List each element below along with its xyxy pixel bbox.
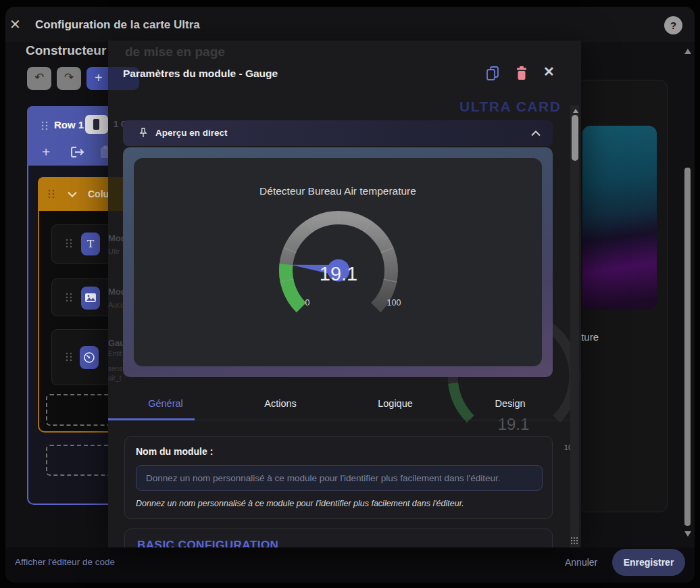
bleed-text: Ultr (108, 247, 120, 255)
gauge-value: 19.1 (320, 263, 357, 285)
module-drag-handle-icon[interactable] (65, 238, 73, 249)
image-module-icon (81, 287, 100, 310)
row-label: Row 1 (54, 119, 84, 130)
row-drag-handle-icon[interactable] (41, 120, 49, 131)
live-preview-label: Aperçu en direct (155, 128, 228, 138)
module-drag-handle-icon[interactable] (65, 292, 73, 303)
module-name-helper: Donnez un nom personnalisé à ce module p… (136, 499, 464, 508)
column-layout-chip[interactable] (85, 115, 108, 134)
gauge-max-label: 100 (387, 298, 401, 308)
scroll-down-arrow[interactable] (684, 531, 691, 537)
live-preview-area: Détecteur Bureau Air temperature (123, 147, 553, 377)
scroll-up-arrow[interactable] (684, 49, 691, 54)
tab-logique[interactable]: Logique (338, 387, 453, 420)
basic-configuration-heading: BASIC CONFIGURATION (137, 539, 278, 547)
duplicate-module-icon[interactable] (485, 66, 500, 82)
builder-heading: Constructeur (26, 43, 106, 58)
tab-actions[interactable]: Actions (223, 387, 338, 420)
screen: ✕ Configuration de la carte Ultra ? Cons… (0, 0, 700, 588)
cancel-button[interactable]: Annuler (565, 557, 597, 568)
modal-close-icon[interactable]: ✕ (543, 64, 555, 80)
bleed-text: air_t (108, 374, 121, 382)
gauge-preview-card: Détecteur Bureau Air temperature (134, 158, 542, 366)
tab-design[interactable]: Design (453, 387, 568, 420)
module-name-label: Nom du module : (136, 446, 213, 457)
scrollbar-thumb[interactable] (684, 168, 691, 526)
chevron-up-icon[interactable] (531, 130, 541, 137)
live-preview-header[interactable]: Aperçu en direct (123, 120, 553, 146)
dialog-title: Configuration de la carte Ultra (35, 18, 200, 32)
bleed-heading-suffix: de mise en page (125, 45, 225, 59)
module-name-section: Nom du module : Donnez un nom personnali… (124, 436, 553, 519)
modal-title: Paramètres du module - Gauge (123, 68, 278, 80)
row-add-icon[interactable]: + (42, 144, 50, 160)
undo-button[interactable]: ↶ (27, 67, 51, 90)
modal-scrollbar-thumb[interactable] (572, 115, 578, 161)
show-code-editor-link[interactable]: Afficher l'éditeur de code (15, 557, 115, 567)
module-settings-modal: de mise en page 1 Column Mod Ultr Mod Au… (108, 41, 581, 547)
column-drag-handle-icon[interactable] (47, 189, 55, 199)
export-row-icon[interactable] (70, 145, 86, 159)
redo-button[interactable]: ↷ (57, 67, 81, 90)
basic-configuration-section: BASIC CONFIGURATION (124, 529, 553, 547)
tab-general[interactable]: Général (108, 387, 223, 420)
gauge-module-icon (80, 346, 99, 369)
pin-icon[interactable] (138, 127, 149, 139)
module-drag-handle-icon[interactable] (65, 351, 73, 362)
preview-gradient-image (582, 126, 657, 310)
gauge-min-label: 0 (305, 298, 310, 308)
bleed-ultra-card-heading: ULTRA CARD (459, 99, 561, 115)
dialog-close-icon[interactable]: ✕ (9, 16, 21, 32)
modal-resize-grip[interactable] (570, 537, 578, 545)
module-name-input[interactable] (136, 465, 543, 491)
delete-module-icon[interactable] (515, 66, 528, 81)
help-icon[interactable]: ? (664, 16, 682, 34)
modal-tabs: Général Actions Logique Design (108, 387, 570, 420)
modal-scroll-up-arrow[interactable] (573, 109, 578, 113)
modal-scrollbar-track[interactable] (570, 105, 579, 547)
gauge-chart: 19.1 0 100 (134, 158, 542, 366)
text-module-icon: T (81, 232, 100, 255)
bleed-text: sens (108, 365, 122, 372)
column-collapse-chevron-icon[interactable] (68, 191, 77, 197)
save-button[interactable]: Enregistrer (612, 549, 685, 576)
bleed-text: Entit (108, 350, 122, 358)
